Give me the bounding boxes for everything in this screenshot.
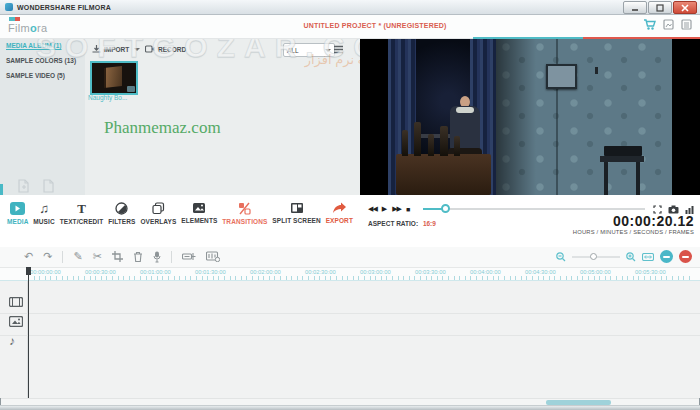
picture-frame bbox=[546, 64, 577, 89]
seek-bar[interactable] bbox=[423, 208, 645, 210]
fit-timeline-icon[interactable] bbox=[642, 253, 654, 261]
bottle bbox=[428, 134, 434, 156]
clip-type-badge bbox=[127, 86, 135, 92]
maximize-button[interactable] bbox=[648, 1, 672, 14]
instant-cutter-button[interactable] bbox=[679, 250, 692, 263]
edit-pencil-icon[interactable]: ✎ bbox=[73, 250, 82, 263]
close-button[interactable] bbox=[673, 1, 697, 14]
split-screen-icon bbox=[290, 202, 304, 214]
ruler-label: 00:04:00:00 bbox=[470, 269, 501, 275]
zoom-slider-handle[interactable] bbox=[590, 253, 597, 260]
crop-icon[interactable] bbox=[112, 251, 123, 262]
media-library-panel: MEDIA ALBUM (1) SAMPLE COLORS (13) SAMPL… bbox=[0, 38, 360, 195]
voiceover-mic-icon[interactable] bbox=[153, 251, 161, 263]
timeline-ruler[interactable]: 00:00:00:00 00:00:30:00 00:01:00:00 00:0… bbox=[0, 267, 700, 281]
account-icon[interactable] bbox=[663, 19, 674, 30]
media-panel-scrollbar[interactable] bbox=[0, 184, 3, 195]
sidebar-item-sample-colors[interactable]: SAMPLE COLORS (13) bbox=[0, 53, 85, 68]
sidebar-item-media-album[interactable]: MEDIA ALBUM (1) bbox=[0, 38, 85, 53]
filters-icon bbox=[115, 202, 128, 215]
tab-music[interactable]: ♫ MUSIC bbox=[33, 202, 54, 225]
aspect-ratio-value[interactable]: 16:9 bbox=[423, 220, 436, 227]
cart-icon[interactable] bbox=[643, 19, 656, 30]
ruler-label: 00:05:30:00 bbox=[635, 269, 666, 275]
filmora-logo: Filmora bbox=[8, 22, 47, 34]
ruler-label: 00:02:00:00 bbox=[250, 269, 281, 275]
timeline-tracks[interactable]: ♪ bbox=[0, 280, 700, 398]
timecode-display: 00:00:20.12 bbox=[613, 213, 694, 229]
thumbnail-art bbox=[104, 66, 122, 88]
redo-icon[interactable]: ↷ bbox=[43, 250, 52, 263]
delete-trash-icon[interactable] bbox=[133, 251, 143, 262]
tab-label: FILTERS bbox=[108, 218, 135, 225]
overlay-track-icon bbox=[9, 316, 23, 327]
import-button[interactable]: IMPORT bbox=[92, 45, 140, 54]
tab-label: SPLIT SCREEN bbox=[272, 217, 321, 224]
split-scissors-icon[interactable]: ✂ bbox=[93, 250, 102, 263]
tab-label: MUSIC bbox=[33, 218, 54, 225]
media-clip-thumbnail[interactable] bbox=[90, 61, 138, 95]
file-icon bbox=[42, 179, 55, 193]
export-button[interactable]: EXPORT bbox=[326, 202, 353, 225]
minimize-button[interactable] bbox=[623, 1, 647, 14]
ruler-label: 00:01:00:00 bbox=[140, 269, 171, 275]
playhead[interactable] bbox=[28, 267, 29, 398]
audio-track-icon: ♪ bbox=[9, 335, 15, 347]
wall-shadow bbox=[496, 38, 536, 195]
zoom-out-icon[interactable] bbox=[556, 252, 566, 262]
aspect-ratio-row: ASPECT RATIO: 16:9 bbox=[368, 220, 436, 227]
header-accent-teal bbox=[473, 37, 583, 39]
ruler-label: 00:05:00:00 bbox=[580, 269, 611, 275]
record-button[interactable]: RECORD bbox=[145, 45, 186, 53]
music-icon: ♫ bbox=[39, 202, 49, 215]
record-label: RECORD bbox=[158, 46, 186, 53]
timeline-zoom-slider[interactable] bbox=[572, 256, 620, 258]
timecode-units: HOURS / MINUTES / SECONDS / FRAMES bbox=[573, 229, 694, 235]
tab-label: EXPORT bbox=[326, 217, 353, 224]
tab-filters[interactable]: FILTERS bbox=[108, 202, 135, 225]
watermark-site: Phanmemaz.com bbox=[104, 118, 221, 138]
media-filter-dropdown[interactable]: ALL bbox=[283, 43, 335, 57]
wooden-chest bbox=[396, 154, 491, 195]
media-clip-name[interactable]: Naughty Bo... bbox=[88, 94, 127, 101]
zoom-in-icon[interactable] bbox=[626, 252, 636, 262]
divider bbox=[62, 251, 63, 263]
window-title: WONDERSHARE FILMORA bbox=[17, 4, 111, 11]
menu-icon[interactable] bbox=[681, 19, 692, 30]
seek-handle[interactable] bbox=[441, 204, 450, 213]
tab-transitions[interactable]: TRANSITIONS bbox=[222, 202, 267, 225]
play-button[interactable]: ▶ bbox=[382, 205, 387, 213]
next-frame-button[interactable]: ▶▶ bbox=[392, 205, 401, 213]
sidebar-item-sample-video[interactable]: SAMPLE VIDEO (5) bbox=[0, 68, 85, 83]
tab-elements[interactable]: ELEMENTS bbox=[181, 202, 217, 225]
tab-label: TEXT/CREDIT bbox=[60, 218, 104, 225]
action-cam-tool-button[interactable] bbox=[660, 250, 673, 263]
wall-corner bbox=[556, 38, 558, 195]
aspect-ratio-label: ASPECT RATIO: bbox=[368, 220, 418, 227]
control-band: MEDIA ♫ MUSIC T TEXT/CREDIT FILTERS OVER… bbox=[0, 195, 700, 248]
undo-icon[interactable]: ↶ bbox=[24, 250, 33, 263]
previous-frame-button[interactable]: ◀◀ bbox=[368, 205, 377, 213]
tab-split-screen[interactable]: SPLIT SCREEN bbox=[272, 202, 321, 225]
bottle bbox=[414, 122, 421, 156]
tab-overlays[interactable]: OVERLAYS bbox=[140, 202, 176, 225]
video-track-icon bbox=[9, 297, 23, 307]
video-frame[interactable] bbox=[388, 38, 672, 195]
tab-media[interactable]: MEDIA bbox=[7, 202, 28, 225]
logo-text2: ra bbox=[37, 22, 47, 34]
window-bottom-frame bbox=[0, 405, 700, 410]
logo-o: o bbox=[30, 22, 37, 34]
app-header: Filmora UNTITLED PROJECT * (UNREGISTERED… bbox=[0, 14, 700, 39]
detach-audio-icon[interactable] bbox=[182, 251, 196, 262]
window-controls bbox=[623, 1, 697, 14]
app-icon bbox=[5, 3, 13, 11]
audio-mixer-icon[interactable] bbox=[206, 251, 220, 262]
bottle bbox=[454, 136, 460, 156]
preview-panel bbox=[360, 38, 700, 195]
divider bbox=[171, 251, 172, 263]
ruler-label: 00:01:30:00 bbox=[195, 269, 226, 275]
list-view-icon[interactable] bbox=[333, 45, 344, 55]
stop-button[interactable]: ■ bbox=[406, 206, 410, 213]
tab-text-credit[interactable]: T TEXT/CREDIT bbox=[60, 202, 104, 225]
ruler-label: 00:03:00:00 bbox=[360, 269, 391, 275]
